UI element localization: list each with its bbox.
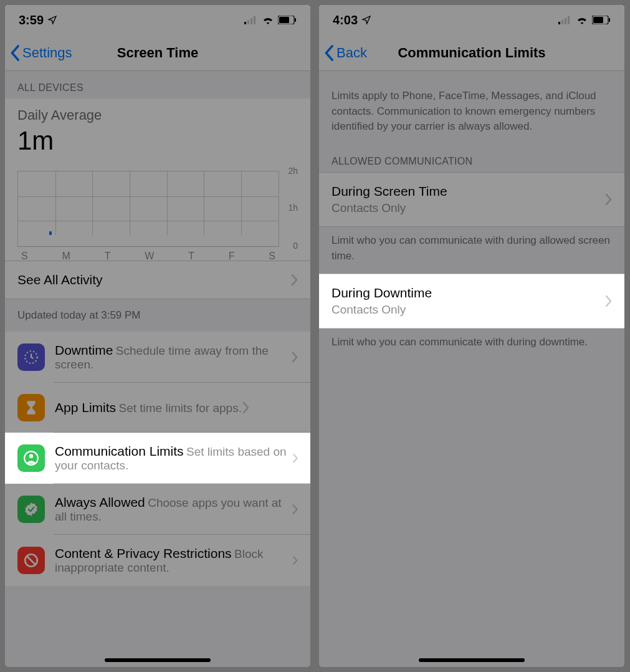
row-value: Contacts Only [332, 201, 604, 215]
back-label: Settings [22, 45, 72, 61]
see-all-activity-row[interactable]: See All Activity [5, 261, 310, 299]
menu-downtime[interactable]: Downtime Schedule time away from the scr… [5, 332, 310, 383]
menu-title: Communication Limits [55, 444, 184, 458]
cellular-icon [244, 16, 258, 24]
check-badge-icon [17, 496, 45, 523]
note-screen-time: Limit who you can communicate with durin… [319, 227, 624, 274]
daily-average-value: 1m [17, 126, 298, 156]
chevron-left-icon [324, 44, 335, 62]
menu-title: Always Allowed [55, 495, 145, 509]
battery-icon [592, 16, 611, 24]
svg-rect-0 [244, 22, 246, 24]
note-downtime: Limit who you can communicate with durin… [319, 329, 624, 360]
location-icon [47, 15, 57, 25]
hourglass-icon [17, 394, 45, 421]
chart-y-2h: 2h [288, 166, 298, 176]
menu-group: Downtime Schedule time away from the scr… [5, 332, 310, 586]
chevron-right-icon [292, 503, 298, 516]
chevron-right-icon [292, 452, 298, 464]
svg-rect-12 [558, 22, 560, 24]
svg-point-9 [29, 454, 34, 459]
status-bar: 4:03 [319, 5, 624, 35]
row-during-screen-time[interactable]: During Screen Time Contacts Only [319, 172, 624, 227]
svg-rect-17 [593, 17, 603, 23]
row-title: During Downtime [332, 286, 604, 300]
usage-card: Daily Average 1m 2h 1h 0 S M T W [5, 98, 310, 261]
svg-rect-3 [254, 16, 255, 24]
status-bar: 3:59 [5, 5, 310, 35]
intro-text: Limits apply to Phone, FaceTime, Message… [319, 71, 624, 145]
updated-label: Updated today at 3:59 PM [5, 299, 310, 332]
battery-icon [278, 16, 297, 24]
usage-chart: 2h 1h 0 S M T W T F S [17, 171, 298, 258]
person-circle-icon [17, 444, 45, 472]
home-indicator[interactable] [419, 658, 525, 662]
status-time: 3:59 [19, 13, 44, 27]
back-button[interactable]: Back [319, 44, 367, 62]
svg-rect-2 [251, 18, 252, 24]
row-title: During Screen Time [332, 184, 604, 199]
location-icon [361, 15, 371, 25]
menu-title: Content & Privacy Restrictions [55, 546, 232, 560]
svg-rect-5 [279, 17, 289, 23]
chevron-right-icon [604, 193, 612, 206]
nav-bar: Back Communication Limits [319, 35, 624, 71]
svg-rect-1 [247, 20, 249, 24]
phone-screen-time: 3:59 Settings Screen Time ALL DEVICES Da… [5, 5, 310, 667]
menu-communication-limits[interactable]: Communication Limits Set limits based on… [5, 433, 310, 484]
wifi-icon [576, 16, 588, 24]
row-during-downtime[interactable]: During Downtime Contacts Only [319, 274, 624, 329]
chevron-right-icon [242, 401, 249, 414]
chevron-right-icon [290, 274, 298, 286]
menu-always-allowed[interactable]: Always Allowed Choose apps you want at a… [5, 484, 310, 535]
menu-content-restrictions[interactable]: Content & Privacy Restrictions Block ina… [5, 535, 310, 586]
see-all-activity-label: See All Activity [17, 272, 290, 287]
chevron-right-icon [292, 554, 298, 567]
menu-title: Downtime [55, 343, 113, 357]
menu-app-limits[interactable]: App Limits Set time limits for apps. [5, 383, 310, 433]
chevron-right-icon [604, 295, 612, 307]
chart-y-0: 0 [293, 241, 298, 251]
header-all-devices: ALL DEVICES [5, 71, 310, 98]
svg-rect-6 [295, 18, 296, 22]
home-indicator[interactable] [105, 658, 211, 662]
no-symbol-icon [17, 547, 45, 574]
back-label: Back [336, 45, 367, 61]
chart-y-1h: 1h [288, 203, 298, 213]
phone-communication-limits: 4:03 Back Communication Limits Limits ap… [319, 5, 624, 667]
cellular-icon [558, 16, 572, 24]
chevron-left-icon [10, 44, 21, 62]
downtime-icon [17, 343, 45, 371]
chevron-right-icon [291, 351, 298, 363]
daily-average-label: Daily Average [17, 107, 298, 123]
svg-rect-14 [565, 18, 566, 24]
header-allowed-communication: ALLOWED COMMUNICATION [319, 145, 624, 172]
svg-rect-18 [609, 18, 610, 22]
menu-title: App Limits [55, 400, 116, 415]
back-button[interactable]: Settings [5, 44, 72, 62]
menu-sub: Set time limits for apps. [119, 401, 242, 415]
wifi-icon [262, 16, 274, 24]
svg-rect-13 [561, 20, 563, 24]
svg-line-11 [27, 557, 36, 565]
status-time: 4:03 [333, 13, 358, 27]
row-value: Contacts Only [332, 303, 604, 317]
nav-bar: Settings Screen Time [5, 35, 310, 71]
svg-rect-15 [568, 16, 570, 24]
